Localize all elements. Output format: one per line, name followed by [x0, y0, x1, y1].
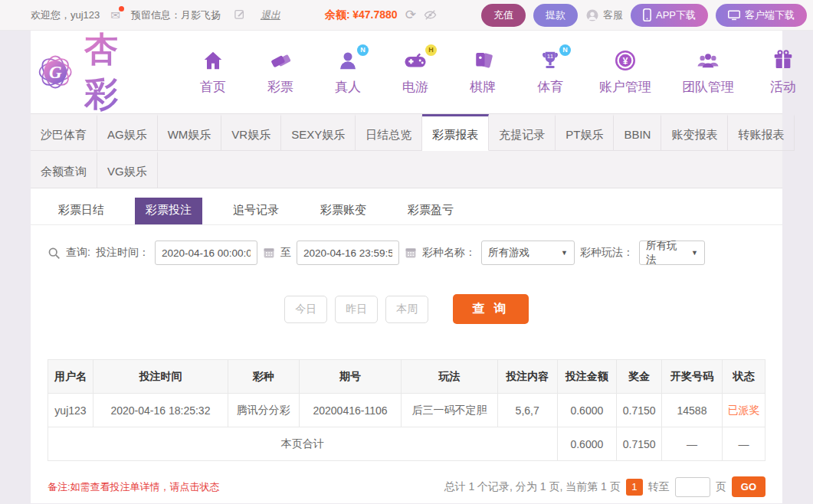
- summary-draw-numbers: —: [662, 427, 723, 461]
- cell-lottery: 腾讯分分彩: [228, 394, 299, 427]
- tab-vr[interactable]: VR娱乐: [221, 114, 281, 151]
- svg-text:G: G: [49, 63, 62, 82]
- end-time-input[interactable]: [297, 241, 399, 265]
- lottery-name-select[interactable]: 所有游戏 ▼: [481, 241, 575, 265]
- mail-icon[interactable]: ✉: [110, 8, 120, 22]
- col-issue: 期号: [299, 360, 402, 394]
- client-download-button[interactable]: 客户端下载: [716, 4, 807, 27]
- yesterday-button[interactable]: 昨日: [335, 296, 378, 323]
- nav-item-account[interactable]: ¥ 账户管理: [584, 49, 667, 96]
- home-icon: [202, 49, 225, 74]
- page-1-button[interactable]: 1: [626, 479, 643, 496]
- nav-item-home[interactable]: 首页: [179, 49, 247, 96]
- tab-account-change-report[interactable]: 账变报表: [661, 114, 728, 151]
- bets-table-area: 用户名 投注时间 彩种 期号 玩法 投注内容 投注金额 奖金 开奖号码 状态 y…: [31, 329, 782, 461]
- nav-label: 电游: [382, 78, 449, 96]
- subtab-lottery-daily[interactable]: 彩票日结: [48, 198, 115, 224]
- calendar-icon[interactable]: [263, 247, 275, 259]
- start-time-input[interactable]: [155, 241, 257, 265]
- cell-username: yuj123: [48, 394, 93, 427]
- nav-label: 团队管理: [667, 78, 749, 96]
- play-type-select[interactable]: 所有玩法 ▼: [639, 241, 705, 265]
- app-download-button[interactable]: APP下载: [631, 4, 708, 27]
- nav-badge-h: H: [425, 44, 437, 56]
- query-label: 查询:: [66, 246, 90, 260]
- calendar-icon[interactable]: [405, 247, 417, 259]
- main-nav: 首页 彩票 N 真人 H 电游: [179, 49, 813, 96]
- chevron-down-icon: ▼: [561, 249, 568, 257]
- report-tab-bar: 沙巴体育 AG娱乐 WM娱乐 VR娱乐 SEXY娱乐 日结总览 彩票报表 充提记…: [31, 113, 782, 188]
- content-wrapper: G 杏彩 首页 彩票 N 真人: [31, 31, 782, 503]
- tab-bbin[interactable]: BBIN: [614, 114, 661, 151]
- top-bar: 欢迎您，yuj123 ✉ 预留信息：月影飞扬 退出 余额: ¥47.7880 ⟳…: [0, 0, 813, 31]
- quick-filter-row: 今日 昨日 本周 查 询: [31, 277, 782, 329]
- this-week-button[interactable]: 本周: [385, 296, 428, 323]
- edit-icon[interactable]: [234, 8, 245, 21]
- search-icon: [48, 247, 61, 260]
- tab-pt[interactable]: PT娱乐: [556, 114, 614, 151]
- subtab-lottery-bets[interactable]: 彩票投注: [135, 198, 202, 224]
- hide-balance-icon[interactable]: [424, 9, 437, 21]
- tab-wm[interactable]: WM娱乐: [158, 114, 222, 151]
- nav-item-sports[interactable]: 11 N 体育: [516, 49, 584, 96]
- tab-saba-sports[interactable]: 沙巴体育: [31, 114, 97, 151]
- search-button[interactable]: 查 询: [453, 294, 528, 324]
- nav-badge-n: N: [559, 44, 571, 56]
- cell-prize: 0.7150: [617, 394, 662, 427]
- summary-label: 本页合计: [48, 427, 558, 461]
- refresh-balance-icon[interactable]: ⟳: [405, 8, 416, 21]
- go-button[interactable]: GO: [732, 476, 765, 497]
- cell-issue: 20200416-1106: [299, 394, 402, 427]
- monitor-icon: [728, 10, 740, 21]
- balance-value: ¥47.7880: [352, 8, 397, 21]
- subtab-lottery-profit[interactable]: 彩票盈亏: [397, 198, 464, 224]
- today-button[interactable]: 今日: [284, 296, 327, 323]
- customer-service-link[interactable]: 客服: [585, 8, 623, 22]
- nav-label: 棋牌: [449, 78, 516, 96]
- subtab-lottery-account-change[interactable]: 彩票账变: [310, 198, 377, 224]
- col-bet-time: 投注时间: [93, 360, 228, 394]
- nav-label: 真人: [314, 78, 382, 96]
- lottery-subtabs: 彩票日结 彩票投注 追号记录 彩票账变 彩票盈亏: [31, 188, 782, 225]
- tab-lottery-report[interactable]: 彩票报表: [422, 114, 489, 151]
- col-prize: 奖金: [617, 360, 662, 394]
- nav-label: 彩票: [247, 78, 314, 96]
- col-username: 用户名: [48, 360, 93, 394]
- brand-logo[interactable]: G 杏彩: [32, 27, 136, 117]
- tab-daily-summary[interactable]: 日结总览: [356, 114, 422, 151]
- pagination-summary: 总计 1 个记录, 分为 1 页, 当前第 1 页: [444, 480, 621, 494]
- nav-label: 体育: [516, 78, 584, 96]
- status-badge[interactable]: 已派奖: [722, 394, 765, 427]
- chevron-down-icon: ▼: [691, 249, 698, 257]
- subtab-chase-records[interactable]: 追号记录: [222, 198, 290, 224]
- tickets-icon: [269, 49, 292, 74]
- col-status: 状态: [722, 360, 765, 394]
- withdraw-button[interactable]: 提款: [533, 4, 578, 27]
- svg-text:¥: ¥: [623, 55, 628, 66]
- tab-sexy[interactable]: SEXY娱乐: [281, 114, 356, 151]
- tab-deposit-withdraw-records[interactable]: 充提记录: [489, 114, 556, 151]
- tab-vg[interactable]: VG娱乐: [97, 151, 158, 188]
- col-bet-amount: 投注金额: [557, 360, 617, 394]
- table-row: yuj123 2020-04-16 18:25:32 腾讯分分彩 2020041…: [48, 394, 765, 427]
- nav-item-promos[interactable]: 活动: [749, 49, 813, 96]
- footer-row: 备注:如需查看投注单详情，请点击状态 总计 1 个记录, 分为 1 页, 当前第…: [31, 461, 782, 497]
- nav-item-team[interactable]: 团队管理: [667, 49, 749, 96]
- cards-icon: [471, 49, 494, 74]
- tab-ag[interactable]: AG娱乐: [97, 114, 158, 151]
- logout-link[interactable]: 退出: [261, 8, 280, 22]
- tab-balance-query[interactable]: 余额查询: [31, 151, 97, 188]
- cell-play: 后三一码不定胆: [402, 394, 497, 427]
- col-draw-numbers: 开奖号码: [662, 360, 723, 394]
- lottery-name-value: 所有游戏: [488, 246, 529, 260]
- goto-page-input[interactable]: [675, 477, 710, 497]
- table-summary-row: 本页合计 0.6000 0.7150 — —: [48, 427, 765, 461]
- goto-label: 转至: [648, 480, 670, 494]
- nav-item-live[interactable]: N 真人: [314, 49, 382, 96]
- nav-item-chess[interactable]: 棋牌: [449, 49, 516, 96]
- deposit-button[interactable]: 充值: [481, 4, 526, 27]
- brand-name: 杏彩: [84, 27, 136, 117]
- tab-transfer-report[interactable]: 转账报表: [728, 114, 795, 151]
- nav-item-egames[interactable]: H 电游: [382, 49, 449, 96]
- nav-item-lottery[interactable]: 彩票: [247, 49, 314, 96]
